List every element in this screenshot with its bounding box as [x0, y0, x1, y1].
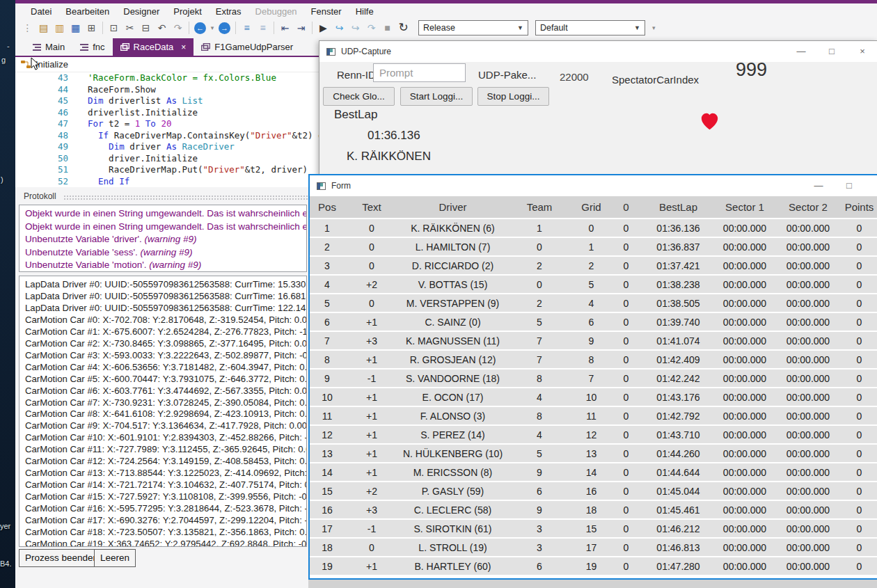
- start-logging-button[interactable]: Start Loggi...: [400, 87, 473, 106]
- new-module-icon[interactable]: ▤: [35, 21, 52, 35]
- package-icon[interactable]: ⊞: [84, 21, 100, 35]
- step-out-icon[interactable]: ↷: [363, 21, 379, 35]
- menu-debuggen[interactable]: Debuggen: [248, 5, 304, 18]
- close-button[interactable]: ×: [847, 41, 877, 62]
- undo-icon[interactable]: ↶: [154, 21, 170, 35]
- column-header-0[interactable]: 0: [610, 201, 642, 213]
- table-cell: 00:00.000: [715, 223, 775, 234]
- column-header-grid[interactable]: Grid: [572, 201, 610, 213]
- tab-fnc[interactable]: fnc: [72, 38, 112, 56]
- table-cell: 0: [842, 317, 877, 328]
- navigate-forward-icon[interactable]: →: [219, 22, 230, 34]
- column-header-pos[interactable]: Pos: [310, 201, 345, 213]
- column-header-sector-1[interactable]: Sector 1: [715, 201, 775, 213]
- table-cell: 3: [310, 260, 345, 271]
- close-tab-icon[interactable]: ×: [181, 42, 186, 52]
- udp-capture-title: UDP-Capture: [341, 47, 391, 56]
- table-row[interactable]: 8+1R. GROSJEAN (12)78001:42.40900:00.000…: [310, 351, 877, 368]
- table-row[interactable]: 50M. VERSTAPPEN (9)24001:38.50500:00.000…: [310, 294, 877, 312]
- column-header-driver[interactable]: Driver: [399, 201, 507, 213]
- menu-projekt[interactable]: Projekt: [166, 5, 208, 18]
- toolbar-overflow-icon[interactable]: ▾: [652, 24, 656, 31]
- comment-icon[interactable]: ≡: [239, 21, 255, 35]
- column-header-sector-2[interactable]: Sector 2: [775, 201, 842, 213]
- table-row[interactable]: 17-1S. SIROTKIN (61)315001:46.21200:00.0…: [310, 520, 877, 537]
- tab-main[interactable]: Main: [25, 38, 72, 56]
- code-editor[interactable]: 43'RaceForm.BackColor = fx.Colors.Blue44…: [15, 72, 319, 187]
- minimize-button[interactable]: —: [786, 41, 816, 62]
- column-header-text[interactable]: Text: [345, 201, 399, 213]
- table-row[interactable]: 16+3C. LECLERC (58)918001:45.46100:00.00…: [310, 501, 877, 518]
- table-row[interactable]: 30D. RICCIARDO (2)22001:37.42100:00.0000…: [310, 257, 877, 274]
- paste-icon[interactable]: ⊟: [138, 21, 154, 35]
- menu-extras[interactable]: Extras: [209, 5, 248, 18]
- warning-message: Unbenutzte Variable 'driver'. (warning #…: [25, 233, 301, 246]
- indent-decrease-icon[interactable]: ⇤: [277, 21, 293, 35]
- table-row[interactable]: 19+1B. HARTLEY (60)619001:47.28000:00.00…: [310, 557, 877, 575]
- log-output-list[interactable]: LapData Driver #0: UUID:-505597098361256…: [19, 276, 307, 547]
- grip-icon[interactable]: ⋮: [19, 21, 35, 35]
- open-project-icon[interactable]: ▥: [52, 21, 68, 35]
- save-icon[interactable]: ▦: [68, 21, 84, 35]
- code-line: 48 If RaceDriverMap.ContainsKey("Driver"…: [15, 130, 319, 142]
- table-cell: 0: [345, 298, 399, 309]
- menu-bearbeiten[interactable]: Bearbeiten: [58, 5, 116, 18]
- step-into-icon[interactable]: ↪: [331, 21, 347, 35]
- table-row[interactable]: 11+1F. ALONSO (3)811001:42.79200:00.0000…: [310, 407, 877, 424]
- member-selector[interactable]: Initialize: [15, 57, 325, 72]
- copy-icon[interactable]: ⊡: [106, 21, 122, 35]
- table-row[interactable]: 7+3K. MAGNUSSEN (11)79001:41.07400:00.00…: [310, 332, 877, 349]
- table-row[interactable]: 15+2P. GASLY (59)616001:45.04400:00.0000…: [310, 482, 877, 500]
- table-row[interactable]: 9-1S. VANDOORNE (18)87001:42.24200:00.00…: [310, 370, 877, 387]
- minimize-button[interactable]: —: [803, 175, 834, 196]
- clear-log-button[interactable]: Leeren: [94, 549, 136, 567]
- indent-increase-icon[interactable]: ⇥: [293, 21, 309, 35]
- tab-racedata[interactable]: RaceData×: [113, 38, 194, 56]
- stop-logging-button[interactable]: Stop Loggi...: [477, 87, 549, 106]
- code-line: 49 Dim driver As RaceDriver: [15, 141, 319, 153]
- table-row[interactable]: 180L. STROLL (19)317001:46.81300:00.0000…: [310, 539, 877, 556]
- uncomment-icon[interactable]: ≡: [255, 21, 271, 35]
- table-cell: D. RICCIARDO (2): [399, 260, 507, 271]
- form-titlebar[interactable]: Form — □: [310, 175, 877, 196]
- race-table-body[interactable]: 10K. RÄIKKÖNEN (6)10001:36.13600:00.0000…: [310, 218, 877, 578]
- table-row[interactable]: 14+1M. ERICSSON (8)914001:44.64400:00.00…: [310, 463, 877, 481]
- renn-id-input[interactable]: [373, 63, 466, 82]
- table-row[interactable]: 12+1S. PEREZ (14)412001:43.71000:00.0000…: [310, 426, 877, 443]
- cut-icon[interactable]: ✂: [122, 21, 138, 35]
- column-header-bestlap[interactable]: BestLap: [642, 201, 715, 213]
- maximize-button[interactable]: □: [816, 41, 847, 62]
- stop-icon[interactable]: ■: [379, 21, 395, 35]
- udp-capture-titlebar[interactable]: UDP-Capture — □ ×: [319, 41, 877, 62]
- step-over-icon[interactable]: ↪: [347, 21, 363, 35]
- menu-datei[interactable]: Datei: [24, 5, 58, 18]
- build-config-combo[interactable]: Release▼: [418, 20, 528, 35]
- table-row[interactable]: 10K. RÄIKKÖNEN (6)10001:36.13600:00.0000…: [310, 219, 877, 237]
- ui-config-combo[interactable]: Default▼: [535, 20, 645, 35]
- table-cell: 0: [842, 392, 877, 403]
- column-header-team[interactable]: Team: [507, 201, 572, 213]
- run-icon[interactable]: ▶: [315, 21, 331, 35]
- menu-hilfe[interactable]: Hilfe: [349, 5, 381, 18]
- table-cell: 00:00.000: [715, 411, 775, 422]
- menu-fenster[interactable]: Fenster: [304, 5, 349, 18]
- menu-designer[interactable]: Designer: [116, 5, 166, 18]
- compiler-warnings-list[interactable]: Objekt wurde in einen String umgewandelt…: [19, 205, 307, 272]
- tab-label: Main: [45, 42, 65, 52]
- navigate-back-icon[interactable]: ←: [194, 22, 206, 34]
- table-row[interactable]: 4+2V. BOTTAS (15)05001:38.23800:00.00000…: [310, 276, 877, 293]
- maximize-button[interactable]: □: [834, 175, 864, 196]
- table-row[interactable]: 10+1E. OCON (17)410001:43.17600:00.00000…: [310, 388, 877, 406]
- code-text: Dim driver As RaceDriver: [78, 141, 235, 153]
- table-row[interactable]: 6+1C. SAINZ (0)56001:39.74000:00.00000:0…: [310, 313, 877, 331]
- table-row[interactable]: 20L. HAMILTON (7)01001:36.83700:00.00000…: [310, 238, 877, 255]
- end-process-button[interactable]: Prozess beenden: [19, 549, 104, 567]
- table-row[interactable]: 13+1N. HÜLKENBERG (10)513001:44.26000:00…: [310, 445, 877, 462]
- log-line: CarMotion Car #15: X:-727.5927: Y:3.1108…: [25, 491, 301, 503]
- restart-icon[interactable]: ↻: [395, 21, 411, 35]
- redo-icon[interactable]: ↷: [170, 21, 186, 35]
- back-menu-icon[interactable]: ▾: [208, 21, 216, 35]
- column-header-points[interactable]: Points: [842, 201, 877, 213]
- check-global-button[interactable]: Check Glo...: [323, 87, 395, 106]
- tab-f1gameudpparser[interactable]: F1GameUdpParser: [193, 38, 301, 56]
